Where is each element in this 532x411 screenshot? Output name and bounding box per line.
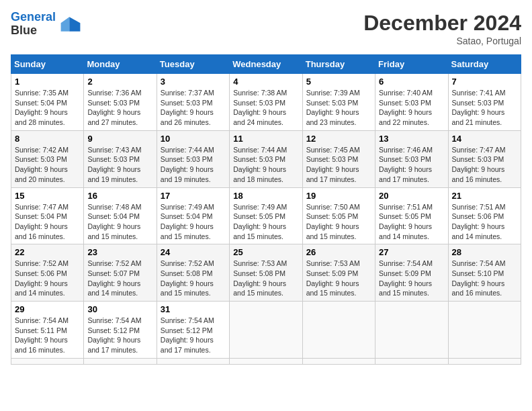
calendar-row: 29 Sunrise: 7:54 AM Sunset: 5:11 PM Dayl… [11,302,521,359]
day-number: 13 [379,134,444,144]
day-number: 8 [15,134,80,144]
day-detail: Sunrise: 7:52 AM Sunset: 5:08 PM Dayligh… [161,259,226,298]
calendar-cell: 13 Sunrise: 7:46 AM Sunset: 5:03 PM Dayl… [375,130,448,187]
svg-marker-0 [69,17,80,32]
day-number: 30 [87,304,152,314]
calendar-cell: 20 Sunrise: 7:51 AM Sunset: 5:05 PM Dayl… [375,187,448,244]
calendar-row [11,358,521,364]
day-number: 25 [233,247,298,257]
calendar-cell: 17 Sunrise: 7:49 AM Sunset: 5:04 PM Dayl… [157,187,229,244]
calendar-cell: 23 Sunrise: 7:52 AM Sunset: 5:07 PM Dayl… [84,244,157,302]
day-number: 4 [233,77,298,87]
calendar-cell: 30 Sunrise: 7:54 AM Sunset: 5:12 PM Dayl… [84,302,157,359]
calendar-row: 15 Sunrise: 7:47 AM Sunset: 5:04 PM Dayl… [11,187,521,244]
calendar-cell [302,302,375,359]
header-sunday: Sunday [11,55,84,74]
title-block: December 2024 Satao, Portugal [363,11,521,46]
day-number: 1 [15,77,80,87]
day-number: 21 [452,191,517,201]
header-thursday: Thursday [302,55,375,74]
header-friday: Friday [375,55,448,74]
day-detail: Sunrise: 7:51 AM Sunset: 5:06 PM Dayligh… [452,202,517,242]
calendar-cell: 25 Sunrise: 7:53 AM Sunset: 5:08 PM Dayl… [230,244,302,302]
calendar-cell: 9 Sunrise: 7:43 AM Sunset: 5:03 PM Dayli… [84,130,157,187]
day-detail: Sunrise: 7:39 AM Sunset: 5:03 PM Dayligh… [306,88,371,128]
day-detail: Sunrise: 7:40 AM Sunset: 5:03 PM Dayligh… [379,88,444,128]
day-detail: Sunrise: 7:54 AM Sunset: 5:09 PM Dayligh… [379,259,444,298]
month-title: December 2024 [363,11,521,36]
day-detail: Sunrise: 7:54 AM Sunset: 5:11 PM Dayligh… [15,316,80,355]
day-detail: Sunrise: 7:53 AM Sunset: 5:09 PM Dayligh… [306,259,371,298]
day-detail: Sunrise: 7:52 AM Sunset: 5:07 PM Dayligh… [87,259,152,298]
day-detail: Sunrise: 7:54 AM Sunset: 5:10 PM Dayligh… [452,259,517,298]
day-detail: Sunrise: 7:52 AM Sunset: 5:06 PM Dayligh… [15,259,80,298]
calendar-cell [375,358,448,364]
logo: GeneralBlue [11,11,83,38]
header-saturday: Saturday [448,55,521,74]
day-detail: Sunrise: 7:47 AM Sunset: 5:04 PM Dayligh… [15,202,80,242]
calendar-cell: 12 Sunrise: 7:45 AM Sunset: 5:03 PM Dayl… [302,130,375,187]
calendar-cell: 21 Sunrise: 7:51 AM Sunset: 5:06 PM Dayl… [448,187,521,244]
day-detail: Sunrise: 7:54 AM Sunset: 5:12 PM Dayligh… [161,316,226,355]
day-number: 3 [161,77,226,87]
day-number: 16 [87,191,152,201]
header-monday: Monday [84,55,157,74]
svg-marker-1 [61,17,70,32]
day-number: 27 [379,247,444,257]
calendar-cell [230,302,302,359]
day-number: 9 [87,134,152,144]
calendar-cell: 14 Sunrise: 7:47 AM Sunset: 5:03 PM Dayl… [448,130,521,187]
calendar-cell: 2 Sunrise: 7:36 AM Sunset: 5:03 PM Dayli… [84,74,157,131]
day-detail: Sunrise: 7:37 AM Sunset: 5:03 PM Dayligh… [161,88,226,128]
day-number: 11 [233,134,298,144]
day-detail: Sunrise: 7:50 AM Sunset: 5:05 PM Dayligh… [306,202,371,242]
day-detail: Sunrise: 7:43 AM Sunset: 5:03 PM Dayligh… [87,145,152,185]
calendar-cell: 1 Sunrise: 7:35 AM Sunset: 5:04 PM Dayli… [11,74,84,131]
day-number: 28 [452,247,517,257]
day-number: 29 [15,304,80,314]
day-number: 22 [15,247,80,257]
calendar-cell [11,358,84,364]
calendar-cell: 26 Sunrise: 7:53 AM Sunset: 5:09 PM Dayl… [302,244,375,302]
location-subtitle: Satao, Portugal [363,36,521,46]
calendar-cell: 28 Sunrise: 7:54 AM Sunset: 5:10 PM Dayl… [448,244,521,302]
day-detail: Sunrise: 7:46 AM Sunset: 5:03 PM Dayligh… [379,145,444,185]
day-detail: Sunrise: 7:48 AM Sunset: 5:04 PM Dayligh… [87,202,152,242]
calendar-cell: 7 Sunrise: 7:41 AM Sunset: 5:03 PM Dayli… [448,74,521,131]
day-number: 10 [161,134,226,144]
day-number: 7 [452,77,517,87]
calendar-cell [84,358,157,364]
day-number: 12 [306,134,371,144]
day-detail: Sunrise: 7:41 AM Sunset: 5:03 PM Dayligh… [452,88,517,128]
day-detail: Sunrise: 7:51 AM Sunset: 5:05 PM Dayligh… [379,202,444,242]
calendar-cell: 16 Sunrise: 7:48 AM Sunset: 5:04 PM Dayl… [84,187,157,244]
day-detail: Sunrise: 7:49 AM Sunset: 5:05 PM Dayligh… [233,202,298,242]
day-number: 24 [161,247,226,257]
calendar-table: Sunday Monday Tuesday Wednesday Thursday… [11,54,521,365]
calendar-cell [157,358,229,364]
calendar-cell: 29 Sunrise: 7:54 AM Sunset: 5:11 PM Dayl… [11,302,84,359]
day-detail: Sunrise: 7:49 AM Sunset: 5:04 PM Dayligh… [161,202,226,242]
day-number: 2 [87,77,152,87]
day-detail: Sunrise: 7:36 AM Sunset: 5:03 PM Dayligh… [87,88,152,128]
calendar-cell [448,358,521,364]
day-detail: Sunrise: 7:44 AM Sunset: 5:03 PM Dayligh… [233,145,298,185]
calendar-cell: 3 Sunrise: 7:37 AM Sunset: 5:03 PM Dayli… [157,74,229,131]
calendar-cell: 4 Sunrise: 7:38 AM Sunset: 5:03 PM Dayli… [230,74,302,131]
day-detail: Sunrise: 7:38 AM Sunset: 5:03 PM Dayligh… [233,88,298,128]
calendar-cell: 22 Sunrise: 7:52 AM Sunset: 5:06 PM Dayl… [11,244,84,302]
calendar-row: 8 Sunrise: 7:42 AM Sunset: 5:03 PM Dayli… [11,130,521,187]
day-number: 6 [379,77,444,87]
logo-text: GeneralBlue [11,11,56,38]
calendar-cell: 31 Sunrise: 7:54 AM Sunset: 5:12 PM Dayl… [157,302,229,359]
header-wednesday: Wednesday [230,55,302,74]
calendar-cell: 15 Sunrise: 7:47 AM Sunset: 5:04 PM Dayl… [11,187,84,244]
calendar-cell: 27 Sunrise: 7:54 AM Sunset: 5:09 PM Dayl… [375,244,448,302]
calendar-cell [302,358,375,364]
calendar-cell: 18 Sunrise: 7:49 AM Sunset: 5:05 PM Dayl… [230,187,302,244]
calendar-cell: 6 Sunrise: 7:40 AM Sunset: 5:03 PM Dayli… [375,74,448,131]
calendar-cell: 8 Sunrise: 7:42 AM Sunset: 5:03 PM Dayli… [11,130,84,187]
day-detail: Sunrise: 7:54 AM Sunset: 5:12 PM Dayligh… [87,316,152,355]
day-number: 19 [306,191,371,201]
calendar-cell [448,302,521,359]
